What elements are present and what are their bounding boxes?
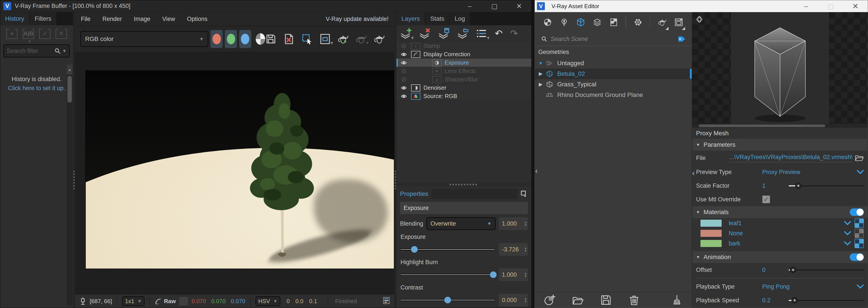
layer-row-stamp[interactable]: i Stamp	[397, 42, 531, 50]
chevron-down-icon[interactable]	[844, 231, 851, 236]
tree-row-grass[interactable]: ▶ Grass_Typical	[535, 79, 692, 90]
layer-row-display-correction[interactable]: Display Correction	[397, 50, 531, 59]
history-ab-compare-icon[interactable]: A|B▼	[23, 29, 34, 39]
history-remove-icon[interactable]: ✕	[56, 29, 67, 39]
tab-layers[interactable]: Layers	[397, 12, 425, 25]
properties-splitter[interactable]	[397, 182, 531, 186]
highlight-burn-slider-handle[interactable]	[490, 271, 497, 278]
green-channel-button[interactable]	[225, 30, 237, 48]
blending-dropdown[interactable]: Overwrite ▼	[426, 217, 496, 230]
menu-file[interactable]: File	[81, 16, 91, 23]
scale-factor-value[interactable]: 1	[762, 182, 786, 189]
scrollbar-up-arrow-icon[interactable]: ▲	[67, 65, 72, 75]
blending-amount-spinner[interactable]: 1.000 ▲▼	[499, 217, 528, 230]
close-button[interactable]: ✕	[843, 0, 868, 12]
lights-category-icon[interactable]	[560, 16, 569, 28]
browse-folder-icon[interactable]	[855, 154, 864, 162]
start-render-icon[interactable]	[337, 33, 349, 45]
materials-category-icon[interactable]	[543, 16, 552, 28]
search-options-caret-icon[interactable]: ▼	[62, 49, 67, 54]
collapse-pane-chevron-icon[interactable]: ‹	[535, 166, 537, 175]
visibility-on-icon[interactable]	[397, 51, 411, 58]
history-scrollbar[interactable]: ▲	[67, 65, 72, 306]
render-button-icon[interactable]	[658, 16, 667, 28]
show-region-icon[interactable]: ▼	[319, 33, 331, 45]
tag-filter-icon[interactable]	[678, 36, 685, 42]
textures-category-icon[interactable]	[609, 16, 618, 28]
contrast-spinner[interactable]: 0.000▲▼	[499, 294, 528, 306]
layers-splitter[interactable]	[394, 12, 397, 308]
playback-speed-slider[interactable]	[789, 300, 864, 301]
animation-section-header[interactable]: ▼ Animation	[692, 251, 867, 263]
layer-list-icon[interactable]: ▼	[476, 28, 487, 39]
add-layer-icon[interactable]: ▼	[400, 28, 411, 39]
tab-stats[interactable]: Stats	[425, 12, 449, 25]
open-file-icon[interactable]	[572, 294, 584, 306]
render-options-caret-icon[interactable]	[665, 27, 669, 30]
layer-row-sharpen-blur[interactable]: Sharpen/Blur	[397, 75, 531, 84]
add-asset-icon[interactable]	[544, 294, 555, 306]
scale-factor-slider[interactable]	[789, 185, 864, 186]
scene-search-input[interactable]	[551, 36, 678, 42]
minimize-button[interactable]: –	[457, 0, 482, 12]
expander-right-icon[interactable]: ▶	[537, 82, 545, 87]
menu-options[interactable]: Options	[187, 16, 208, 23]
highlight-burn-spinner[interactable]: 1.000▲▼	[499, 268, 528, 281]
visibility-on-icon[interactable]	[397, 60, 411, 66]
maximize-button[interactable]: ▢	[818, 0, 843, 12]
delete-asset-icon[interactable]	[628, 294, 640, 306]
scale-factor-slider-handle[interactable]	[795, 183, 801, 189]
menu-image[interactable]: Image	[134, 16, 150, 23]
playback-type-row[interactable]: Playback Type Ping Pong	[692, 280, 868, 294]
contrast-slider-handle[interactable]	[444, 297, 451, 303]
offset-value[interactable]: 0	[762, 267, 786, 273]
settings-gear-icon[interactable]	[633, 16, 643, 28]
undo-icon[interactable]: ↶	[495, 29, 502, 38]
tab-filters[interactable]: Filters	[30, 12, 56, 25]
render-window-caret-icon[interactable]	[682, 27, 685, 30]
mtl-override-checkbox[interactable]: ✓	[762, 195, 770, 203]
expander-down-icon[interactable]: ▼	[537, 61, 545, 66]
offset-slider-handle[interactable]	[790, 267, 796, 273]
history-save-icon[interactable]: +	[6, 29, 18, 39]
visibility-on-icon[interactable]	[397, 93, 411, 99]
hsv-dropdown[interactable]: HSV▼	[255, 296, 280, 306]
layer-row-lens-effects[interactable]: Lens Effects	[397, 67, 531, 75]
delete-layer-icon[interactable]	[419, 28, 431, 39]
material-link-icon[interactable]	[855, 229, 864, 238]
minimize-button[interactable]: –	[794, 0, 818, 12]
exposure-spinner[interactable]: -3.726▲▼	[499, 243, 528, 256]
chevron-down-icon[interactable]	[844, 241, 851, 246]
scrollbar-thumb[interactable]	[67, 76, 72, 102]
exposure-slider[interactable]	[400, 248, 495, 250]
layer-row-source-rgb[interactable]: Source: RGB	[397, 92, 531, 100]
materials-section-header[interactable]: ▼ Materials	[692, 206, 867, 218]
history-apply-icon[interactable]: ✓	[39, 29, 51, 39]
chevron-down-icon[interactable]	[844, 221, 851, 225]
region-select-icon[interactable]	[301, 33, 313, 45]
preview-type-row[interactable]: Preview Type Proxy Preview	[692, 165, 868, 179]
material-link-icon[interactable]	[855, 219, 864, 228]
expander-right-icon[interactable]: ▶	[537, 71, 545, 77]
tree-row-ground-plane[interactable]: Rhino Document Ground Plane	[535, 90, 692, 100]
visibility-off-icon[interactable]	[397, 43, 411, 49]
preview-options-icon[interactable]	[695, 16, 703, 23]
visibility-off-icon[interactable]	[397, 77, 411, 83]
highlight-burn-slider[interactable]	[400, 274, 495, 276]
contrast-slider[interactable]	[400, 299, 495, 301]
collapse-pane-chevron-icon[interactable]: ‹	[692, 168, 694, 177]
render-window-icon[interactable]	[674, 16, 683, 28]
redo-icon[interactable]: ↷	[510, 29, 518, 38]
clear-image-icon[interactable]	[283, 33, 295, 45]
material-row-none[interactable]: None	[692, 228, 868, 238]
history-enable-link[interactable]: Click here to set it up.	[0, 84, 73, 93]
menu-render[interactable]: Render	[102, 16, 122, 23]
materials-toggle[interactable]	[850, 208, 864, 216]
stop-render-icon[interactable]: ▼	[355, 33, 367, 45]
offset-slider[interactable]	[789, 270, 864, 271]
render-canvas[interactable]	[75, 52, 394, 294]
proxy-file-path[interactable]: ...\VRayTrees\VRayProxies\Betula_02.vrme…	[729, 154, 852, 162]
tab-history[interactable]: History	[0, 12, 29, 25]
animation-toggle[interactable]	[850, 253, 864, 261]
asset-preview[interactable]	[692, 12, 868, 128]
